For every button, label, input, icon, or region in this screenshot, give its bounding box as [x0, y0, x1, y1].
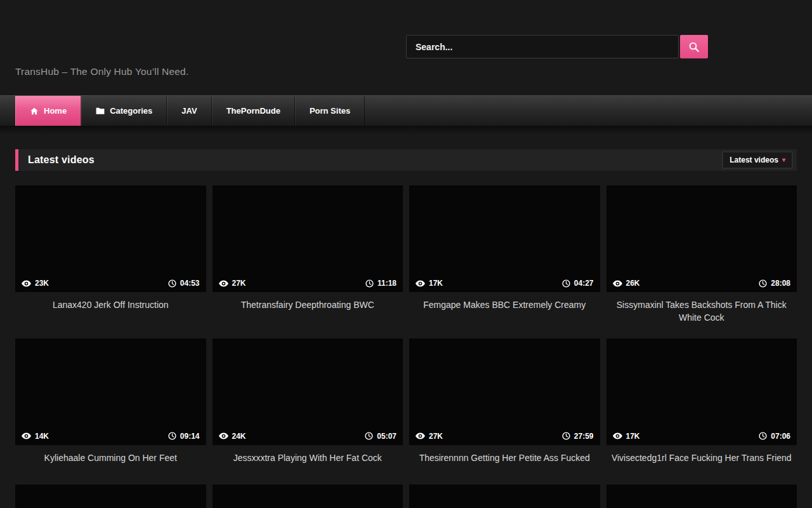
eye-icon [219, 432, 228, 439]
video-duration: 04:27 [574, 279, 594, 288]
video-thumbnail[interactable]: 27K27:59 [409, 338, 600, 445]
video-title[interactable]: Lanax420 Jerk Off Instruction [15, 292, 206, 318]
video-card[interactable]: 17K04:27Femgape Makes BBC Extremely Crea… [409, 185, 600, 324]
clock-icon [365, 432, 373, 440]
view-count: 23K [35, 279, 49, 288]
main-nav: HomeCategoriesJAVThePornDudePorn Sites [0, 95, 812, 126]
clock-icon [365, 279, 374, 288]
search-icon [688, 41, 700, 53]
clock-icon [759, 279, 767, 288]
search-bar [406, 35, 708, 58]
video-meta: 26K28:08 [606, 274, 797, 292]
search-button[interactable] [680, 35, 708, 58]
video-title[interactable]: Femgape Makes BBC Extremely Creamy [409, 292, 600, 318]
site-header: TransHub – The Only Hub You’ll Need. [0, 0, 812, 95]
site-tagline: TransHub – The Only Hub You’ll Need. [15, 66, 188, 77]
video-thumbnail[interactable] [213, 485, 403, 508]
section-header: Latest videos Latest videos ▾ [15, 149, 797, 171]
eye-icon [22, 280, 31, 287]
video-card-partial[interactable] [15, 485, 206, 508]
view-count: 14K [35, 432, 49, 441]
video-duration: 11:18 [377, 279, 396, 288]
video-card[interactable]: 27K11:18Thetransfairy Deepthroating BWC [213, 185, 403, 324]
video-card[interactable]: 27K27:59Thesirennnn Getting Her Petite A… [409, 338, 600, 471]
video-thumbnail[interactable]: 24K05:07 [213, 338, 403, 445]
video-card[interactable]: 14K09:14Kyliehaale Cumming On Her Feet [15, 338, 206, 471]
video-card[interactable]: 17K07:06Vivisectedg1rl Face Fucking Her … [606, 338, 797, 471]
video-meta: 27K11:18 [213, 274, 403, 292]
home-icon [30, 107, 39, 116]
video-duration: 09:14 [180, 432, 200, 441]
video-meta: 27K27:59 [409, 427, 600, 445]
section-title: Latest videos [28, 154, 95, 166]
nav-item-label: Home [44, 106, 67, 116]
eye-icon [416, 280, 425, 287]
video-card[interactable]: 24K05:07Jessxxxtra Playing With Her Fat … [213, 338, 403, 471]
view-count: 17K [429, 279, 443, 288]
nav-item-label: ThePornDude [226, 106, 280, 116]
view-count: 27K [429, 432, 443, 441]
eye-icon [22, 432, 31, 439]
video-meta: 24K05:07 [213, 427, 403, 445]
video-thumbnail[interactable]: 17K07:06 [606, 338, 797, 445]
video-thumbnail[interactable] [409, 485, 600, 508]
video-duration: 05:07 [377, 432, 396, 441]
video-title[interactable]: Sissymaxinl Takes Backshots From A Thick… [606, 292, 797, 324]
folder-icon [96, 107, 105, 115]
video-meta: 23K04:53 [15, 274, 206, 292]
clock-icon [168, 279, 176, 288]
nav-item-porn-sites[interactable]: Porn Sites [295, 96, 365, 126]
video-title[interactable]: Jessxxxtra Playing With Her Fat Cock [213, 445, 403, 471]
video-thumbnail[interactable] [606, 485, 797, 508]
eye-icon [416, 432, 425, 439]
video-thumbnail[interactable] [15, 485, 206, 508]
video-thumbnail[interactable]: 14K09:14 [15, 338, 206, 445]
video-title[interactable]: Thesirennnn Getting Her Petite Ass Fucke… [409, 445, 600, 471]
clock-icon [562, 432, 570, 440]
video-meta: 14K09:14 [15, 427, 206, 445]
eye-icon [613, 432, 622, 439]
nav-item-label: Categories [110, 106, 152, 116]
eye-icon [219, 280, 228, 287]
video-meta: 17K07:06 [606, 427, 797, 445]
nav-shadow [0, 126, 812, 135]
sort-dropdown-label: Latest videos [730, 156, 778, 164]
video-duration: 07:06 [771, 432, 790, 441]
nav-item-home[interactable]: Home [15, 96, 81, 126]
video-title[interactable]: Kyliehaale Cumming On Her Feet [15, 445, 206, 471]
video-card[interactable]: 26K28:08Sissymaxinl Takes Backshots From… [606, 185, 797, 324]
search-input[interactable] [406, 35, 679, 58]
video-thumbnail[interactable]: 27K11:18 [213, 185, 403, 292]
nav-item-label: JAV [181, 106, 197, 116]
view-count: 27K [232, 279, 246, 288]
nav-item-categories[interactable]: Categories [81, 96, 167, 126]
video-card[interactable]: 23K04:53Lanax420 Jerk Off Instruction [15, 185, 206, 324]
video-thumbnail[interactable]: 26K28:08 [606, 185, 797, 292]
video-duration: 27:59 [574, 432, 594, 441]
video-card-partial[interactable] [606, 485, 797, 508]
view-count: 24K [232, 432, 246, 441]
nav-item-label: Porn Sites [310, 106, 350, 116]
video-title[interactable]: Thetransfairy Deepthroating BWC [213, 292, 403, 318]
clock-icon [759, 432, 767, 440]
video-card-partial[interactable] [213, 485, 403, 508]
view-count: 26K [626, 279, 640, 288]
video-meta: 17K04:27 [409, 274, 600, 292]
nav-item-theporndude[interactable]: ThePornDude [212, 96, 295, 126]
video-title[interactable]: Vivisectedg1rl Face Fucking Her Trans Fr… [606, 445, 797, 471]
view-count: 17K [626, 432, 640, 441]
video-card-partial[interactable] [409, 485, 600, 508]
video-duration: 04:53 [180, 279, 200, 288]
video-thumbnail[interactable]: 17K04:27 [409, 185, 600, 292]
section-accent-bar [15, 149, 18, 171]
main-content: Latest videos Latest videos ▾ 23K04:53La… [0, 149, 812, 508]
eye-icon [613, 280, 622, 287]
clock-icon [168, 432, 176, 440]
video-grid: 23K04:53Lanax420 Jerk Off Instruction27K… [15, 185, 797, 508]
sort-dropdown-button[interactable]: Latest videos ▾ [722, 151, 793, 169]
caret-down-icon: ▾ [782, 157, 785, 163]
clock-icon [562, 279, 570, 288]
video-thumbnail[interactable]: 23K04:53 [15, 185, 206, 292]
nav-item-jav[interactable]: JAV [167, 96, 211, 126]
video-duration: 28:08 [771, 279, 790, 288]
